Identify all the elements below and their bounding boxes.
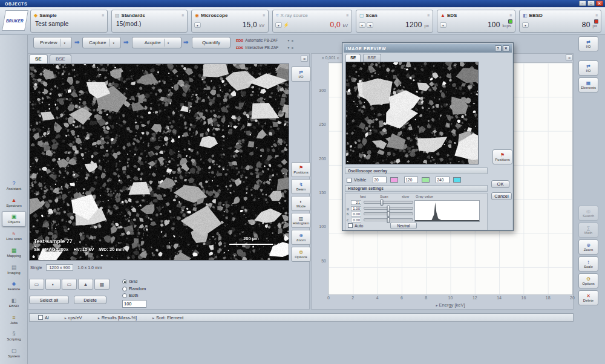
preview-titlebar[interactable]: IMAGE PREVIEW ? ✕ [344,44,512,53]
tool-polygon-button[interactable]: ▲ [78,279,93,290]
preview-positions-button[interactable]: ⚑ Positions [492,149,512,164]
tool-rectangle-button[interactable]: ▭ [62,279,77,290]
sidebar-item-feature[interactable]: ◈Feature [2,278,26,294]
radio-icon[interactable] [122,279,127,284]
rail-elements-button[interactable]: ▦Elements [578,77,598,93]
statusbar-results[interactable]: ▸Results [Mass-%] [98,315,137,320]
tool-raster-button[interactable]: ▦ [94,279,110,290]
statusbar-cps-ev[interactable]: ▸cps/eV [65,315,82,320]
close-icon[interactable]: ✕ [596,1,603,6]
eds-expand-button[interactable]: ▾ [440,22,446,28]
image-mode-button[interactable]: ◐Mode [291,196,311,211]
image-panel-menu-icon[interactable]: ≡ [301,56,308,62]
capture-dropdown-icon[interactable]: ▾ [109,39,114,47]
image-io-button[interactable]: ⇄I/O [291,67,311,82]
radio-grid[interactable]: Grid [122,279,137,284]
maximize-icon[interactable]: □ [587,1,595,6]
preview-tab-se[interactable]: SE [345,54,361,62]
microscope-expand-button[interactable]: ▾ [194,22,201,28]
select-all-button[interactable]: Select all [29,296,69,304]
acquire-dropdown-icon[interactable]: ▾ [164,39,169,47]
image-beam-button[interactable]: ↯Beam [291,179,311,194]
sidebar-item-linescan[interactable]: ≈Line scan [2,228,26,244]
preview-image-canvas[interactable] [346,62,478,164]
scan-step-button[interactable]: ◄ [367,22,373,28]
rail-search-button[interactable]: ◎Search [578,206,598,221]
slider-track[interactable] [364,212,413,215]
sem-image-view[interactable]: Test sample 77 SE MAG: 200x HV: 15 kV WD… [29,63,289,261]
preview-close-icon[interactable]: ✕ [503,45,509,51]
slider-thumb[interactable] [387,211,390,217]
sample-menu-icon[interactable]: ≡ [101,13,105,18]
standards-menu-icon[interactable]: ≡ [181,13,185,18]
image-histogram-button[interactable]: ▥Histogram [291,213,311,228]
preview-tab-bse[interactable]: BSE [363,54,381,62]
tool-point-button[interactable]: ▪ [45,279,60,290]
radio-both[interactable]: Both [122,293,138,298]
sidebar-item-mapping[interactable]: ▦Mapping [2,245,26,261]
tool-select-button[interactable]: ▭ [29,279,44,290]
spectrum-panel-menu-icon[interactable]: ≡ [566,54,573,60]
slider-track[interactable] [364,207,413,210]
channel-color-swatch[interactable] [422,177,430,183]
preview-dropdown-icon[interactable]: ▾ [60,39,65,47]
window-titlebar[interactable]: OBJECTS – □ ✕ [0,0,605,7]
channel-value-input[interactable]: 120 [404,177,418,183]
image-positions-button[interactable]: ⚑Positions [291,162,311,177]
visible-checkbox[interactable] [347,178,352,183]
slider-track[interactable] [364,218,413,221]
image-options-button[interactable]: ⚙Options [291,247,311,262]
eds-menu-icon[interactable]: ≡ [509,13,512,18]
channel-color-swatch[interactable] [453,177,461,183]
scan-expand-button[interactable]: ▾ [359,22,365,28]
image-zoom-button[interactable]: ⊕Zoom [291,230,311,245]
tab-se[interactable]: SE [29,54,48,63]
preview-button[interactable]: Preview▾ [33,37,72,48]
radio-icon[interactable] [122,293,127,298]
sidebar-item-system[interactable]: ▢System [2,345,26,361]
radio-random[interactable]: Random [122,286,146,291]
capture-button[interactable]: Capture▾ [82,37,121,48]
rail-zoom-button[interactable]: ⊕Zoom [578,239,598,255]
quantify-button[interactable]: Quantify [192,37,231,48]
scan-menu-icon[interactable]: ≡ [427,13,430,18]
ebsd-menu-icon[interactable]: ≡ [595,13,598,18]
ok-button[interactable]: OK [491,180,509,188]
slider-thumb[interactable] [387,217,390,223]
sem-image-canvas[interactable] [30,64,289,260]
channel-value-input[interactable]: 20 [373,177,387,183]
rail-options-button[interactable]: ⚙Options [578,273,598,288]
auto-checkbox[interactable] [348,223,353,228]
rail-io-main-button[interactable]: ⇄I/O [578,36,598,51]
neutral-button[interactable]: Neutral [390,222,417,229]
xray-expand-button[interactable]: ▾ [275,22,282,28]
rail-scale-button[interactable]: ↕Scale [578,256,598,271]
rail-delete-button[interactable]: ✕Delete [578,290,598,305]
slider-thumb[interactable] [380,200,383,206]
microscope-menu-icon[interactable]: ≡ [262,13,266,18]
eds-mode-automatic[interactable]: EDS Automatic PB-ZAF ▾ ≡ [236,37,294,44]
element-filter[interactable]: Al [38,315,49,320]
eds-mode-menu-icon[interactable]: ▾ ≡ [288,39,295,42]
xray-menu-icon[interactable]: ≡ [345,13,349,18]
sidebar-item-scripting[interactable]: §Scripting [2,328,26,344]
eds-mode-interactive[interactable]: EDS Interactive PB-ZAF ▾ ≡ [236,44,294,51]
cancel-button[interactable]: Cancel [491,192,512,200]
acquire-button[interactable]: Acquire▾ [132,37,182,48]
preview-help-icon[interactable]: ? [495,45,502,51]
tab-bse[interactable]: BSE [50,54,71,63]
sidebar-item-ebsd[interactable]: ◧EBSD [2,295,26,311]
sidebar-item-assistant[interactable]: ?Assistant [2,178,26,193]
minimize-icon[interactable]: – [579,1,586,6]
eds-mode-menu-icon[interactable]: ▾ ≡ [288,46,295,50]
preview-image-view[interactable] [345,62,479,164]
element-checkbox[interactable] [38,315,43,320]
sidebar-item-objects[interactable]: ▣Objects [2,211,26,227]
rail-io-button[interactable]: ⇄I/O [578,60,598,76]
object-count-input[interactable] [122,300,146,308]
delete-objects-button[interactable]: Delete [74,296,106,304]
x-axis-expander-icon[interactable]: ▸ [436,304,437,307]
sidebar-item-spectrum[interactable]: ▲Spectrum [2,195,26,210]
channel-value-input[interactable]: 240 [436,177,450,183]
sidebar-item-jobs[interactable]: ≡Jobs [2,312,26,328]
